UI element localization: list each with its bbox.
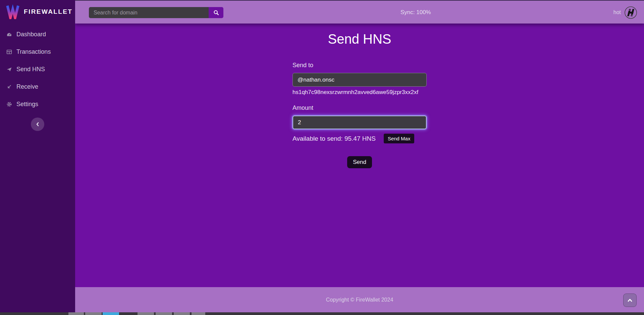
amount-input[interactable] (292, 116, 427, 129)
brand-name: FIREWALLET (24, 8, 72, 15)
sidebar-item-label: Transactions (16, 48, 51, 55)
sidebar-item-label: Dashboard (16, 31, 46, 38)
taskbar-segment[interactable] (68, 312, 84, 315)
send-to-input[interactable] (292, 73, 427, 87)
page-title: Send HNS (75, 24, 644, 47)
receive-arrow-icon (6, 84, 12, 90)
sidebar-item-transactions[interactable]: Transactions (0, 43, 75, 60)
taskbar-segment[interactable] (85, 312, 102, 315)
dashboard-gauge-icon (6, 31, 12, 37)
domain-search (89, 7, 223, 18)
sidebar: FIREWALLET Dashboard Transactions (0, 0, 75, 312)
handshake-logo-icon[interactable] (624, 6, 637, 19)
available-balance: Available to send: 95.47 HNS (292, 135, 376, 142)
chevron-up-icon (627, 298, 633, 302)
firewallet-logo-icon (6, 4, 19, 19)
available-row: Available to send: 95.47 HNS Send Max (292, 134, 427, 143)
taskbar-segment[interactable] (138, 312, 154, 315)
taskbar-segment[interactable] (103, 312, 119, 315)
search-input[interactable] (89, 7, 209, 18)
search-icon (213, 10, 219, 15)
taskbar-segment[interactable] (156, 312, 172, 315)
top-header: Sync: 100% hot (75, 0, 644, 24)
sidebar-item-settings[interactable]: Settings (0, 95, 75, 113)
amount-label: Amount (292, 104, 427, 111)
send-to-label: Send to (292, 62, 427, 69)
send-page: Send HNS Send to hs1qh7c98nexsrzwrmnh2av… (75, 24, 644, 287)
send-form: Send to hs1qh7c98nexsrzwrmnh2avved6awe59… (292, 62, 427, 168)
sidebar-item-label: Send HNS (16, 66, 45, 73)
wallet-switcher: hot (613, 1, 637, 24)
sidebar-item-send-hns[interactable]: Send HNS (0, 60, 75, 78)
resolved-address: hs1qh7c98nexsrzwrmnh2avved6awe59jzpr3xx2… (292, 89, 427, 96)
transactions-table-icon (6, 49, 12, 55)
send-plane-icon (6, 66, 12, 72)
sidebar-collapse-button[interactable] (31, 118, 44, 131)
sidebar-item-dashboard[interactable]: Dashboard (0, 26, 75, 43)
sync-status: Sync: 100% (400, 1, 431, 24)
footer: Copyright © FireWallet 2024 (75, 287, 644, 312)
taskbar[interactable] (0, 312, 644, 315)
sidebar-item-receive[interactable]: Receive (0, 78, 75, 95)
copyright-text: Copyright © FireWallet 2024 (326, 297, 393, 303)
chevron-left-icon (35, 122, 40, 127)
send-button[interactable]: Send (347, 156, 372, 168)
wallet-name[interactable]: hot (613, 9, 621, 15)
sidebar-nav: Dashboard Transactions Send HNS (0, 26, 75, 113)
sidebar-item-label: Receive (16, 83, 38, 90)
settings-gear-icon (6, 101, 12, 107)
search-button[interactable] (209, 7, 223, 18)
send-max-button[interactable]: Send Max (384, 134, 415, 143)
back-to-top-button[interactable] (623, 294, 637, 307)
brand: FIREWALLET (0, 0, 75, 19)
taskbar-segment[interactable] (174, 312, 190, 315)
taskbar-segment[interactable] (192, 312, 205, 315)
sidebar-item-label: Settings (16, 101, 38, 108)
send-button-row: Send (292, 156, 427, 168)
